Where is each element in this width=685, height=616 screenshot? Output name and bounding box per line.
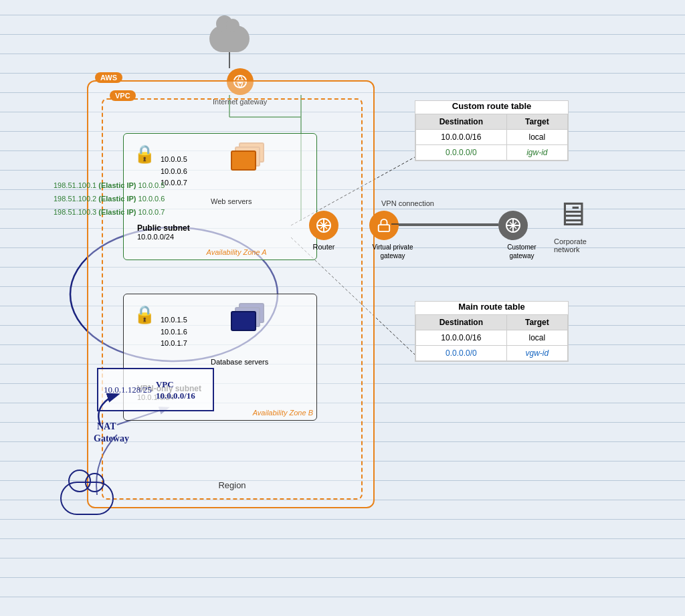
main-rt-dest-2: 0.0.0.0/0 bbox=[416, 346, 507, 361]
web-server-icon bbox=[231, 150, 256, 173]
vpg-label: Virtual private gateway bbox=[369, 243, 416, 260]
custom-route-table: Custom route table Destination Target 10… bbox=[415, 100, 569, 161]
az-b-label: Availability Zone B bbox=[253, 409, 313, 417]
router: Router bbox=[309, 211, 338, 251]
main-route-table: Main route table Destination Target 10.0… bbox=[415, 301, 569, 362]
custom-rt-target-2: igw-id bbox=[506, 145, 567, 161]
blue-cloud-shape bbox=[60, 482, 114, 515]
db-ips: 10.0.1.5 10.0.1.6 10.0.1.7 bbox=[161, 314, 187, 350]
aws-boundary: AWS VPC 🔒 10.0.0.5 10. bbox=[87, 80, 375, 508]
router-label: Router bbox=[309, 243, 338, 251]
public-subnet-label: Public subnet 10.0.0.0/24 bbox=[137, 223, 190, 241]
custom-rt-row-2: 0.0.0.0/0 igw-id bbox=[416, 145, 568, 161]
custom-rt-title: Custom route table bbox=[415, 101, 568, 111]
main-rt-row-2: 0.0.0.0/0 vgw-id bbox=[416, 346, 568, 361]
customer-gw-label: Customer gateway bbox=[498, 243, 545, 260]
lock-icon-2: 🔒 bbox=[134, 304, 155, 325]
lock-icon: 🔒 bbox=[134, 144, 155, 165]
aws-label: AWS bbox=[95, 72, 122, 83]
az-a-label: Availability Zone A bbox=[174, 248, 267, 256]
gateway-label: Gateway bbox=[94, 433, 129, 444]
custom-rt-dest-1: 10.0.0.0/16 bbox=[416, 130, 507, 145]
custom-rt-dest-2: 0.0.0.0/0 bbox=[416, 145, 507, 161]
main-rt-table: Destination Target 10.0.0.0/16 local 0.0… bbox=[415, 314, 568, 361]
router-icon bbox=[309, 211, 338, 240]
web-servers-label: Web servers bbox=[211, 197, 252, 205]
vpc-label: VPC bbox=[110, 90, 136, 101]
vpc-text: VPC bbox=[156, 379, 174, 389]
custom-rt-table: Destination Target 10.0.0.0/16 local 0.0… bbox=[415, 114, 568, 161]
db-servers-label: Database servers bbox=[211, 358, 268, 366]
custom-rt-col-target: Target bbox=[506, 114, 567, 130]
main-rt-title: Main route table bbox=[415, 302, 568, 312]
main-rt-dest-1: 10.0.0.0/16 bbox=[416, 330, 507, 346]
custom-rt-row-1: 10.0.0.0/16 local bbox=[416, 130, 568, 145]
vpn-line-svg bbox=[391, 214, 505, 234]
main-rt-col-dest: Destination bbox=[416, 315, 507, 330]
main-rt-col-target: Target bbox=[506, 315, 567, 330]
corp-device-icon: 🖥 bbox=[555, 197, 589, 231]
svg-rect-12 bbox=[379, 225, 390, 231]
vpc-boundary: VPC 🔒 10.0.0.5 10.0.0.6 10.0. bbox=[102, 98, 363, 500]
vpn-connection-label: VPN connection bbox=[381, 199, 434, 207]
internet-cloud bbox=[209, 25, 250, 55]
blue-cloud bbox=[60, 482, 114, 515]
main-rt-row-1: 10.0.0.0/16 local bbox=[416, 330, 568, 346]
elastic-ips: 198.51.100.1 (Elastic IP) 10.0.0.5 198.5… bbox=[54, 179, 165, 219]
db-server-icon bbox=[231, 311, 256, 334]
main-rt-target-1: local bbox=[506, 330, 567, 346]
vpc-annotation: VPC 10.0.0.0/16 bbox=[156, 379, 195, 401]
custom-rt-col-dest: Destination bbox=[416, 114, 507, 130]
customer-gateway: Customer gateway bbox=[498, 211, 545, 260]
cloud-icon bbox=[209, 25, 250, 52]
vpc-cidr: 10.0.0.0/16 bbox=[156, 391, 195, 401]
diagram-container: Internet gateway AWS VPC 🔒 bbox=[54, 13, 642, 595]
corp-network-label: Corporate network bbox=[554, 237, 614, 253]
main-rt-target-2: vgw-id bbox=[506, 346, 567, 361]
nat-arrow-svg bbox=[74, 388, 127, 428]
custom-rt-target-1: local bbox=[506, 130, 567, 145]
region-label: Region bbox=[218, 480, 246, 490]
